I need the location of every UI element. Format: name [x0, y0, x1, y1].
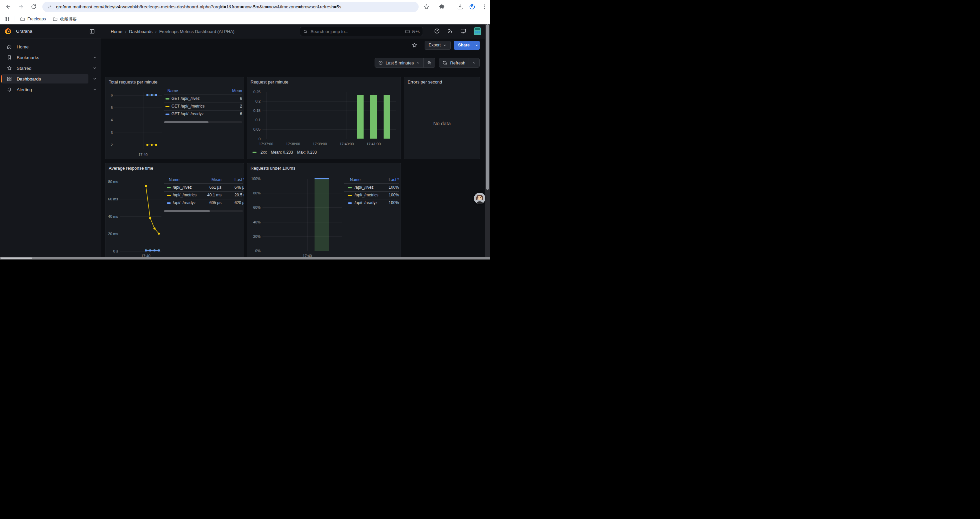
floating-assistant-avatar[interactable]: [474, 193, 485, 204]
legend-2xx[interactable]: 2xx Mean: 0.233 Max: 0.233: [253, 150, 317, 155]
forward-icon[interactable]: [17, 3, 25, 11]
y-tick-label: 40%: [248, 220, 261, 224]
legend-separator: [164, 207, 243, 207]
legend-swatch: [348, 195, 352, 196]
horizontal-scrollbar[interactable]: [0, 257, 490, 260]
help-icon[interactable]: [434, 28, 441, 35]
sidebar-item-home[interactable]: Home: [2, 42, 88, 51]
gridline-v: [347, 92, 347, 139]
zoom-out-button[interactable]: [424, 58, 435, 67]
chevron-down-icon[interactable]: [93, 66, 97, 70]
share-dropdown-button[interactable]: [474, 41, 480, 50]
legend-scrollbar-thumb: [164, 210, 210, 212]
bar-cap-line: [315, 178, 329, 179]
legend-swatch: [167, 203, 171, 204]
sidebar-item-starred[interactable]: Starred: [2, 64, 88, 73]
legend-row[interactable]: /api/_/metrics100%: [344, 192, 399, 199]
screen: grafana.mathmast.com/d/deytv4rwavabkb/fr…: [0, 0, 490, 260]
legend-row[interactable]: /api/_/livez100%: [344, 184, 399, 192]
legend-scrollbar[interactable]: [164, 210, 243, 212]
bookmarks-bar: Freeleaps 收藏博客: [0, 14, 490, 24]
favorite-star-icon[interactable]: [412, 42, 418, 48]
legend-row[interactable]: /api/_/metrics40.1 ms20.5 ms: [164, 192, 243, 199]
chart-requests-under-100ms[interactable]: 100%80%60%40%20%0%17:40NameLast */api/_/…: [247, 163, 401, 260]
site-settings-icon[interactable]: [47, 4, 52, 10]
horizontal-scrollbar-thumb[interactable]: [1, 257, 32, 259]
legend-row[interactable]: /api/_/readyz605 µs620 µs: [164, 199, 243, 207]
legend-value: 100%: [359, 184, 399, 192]
bookmark-star-icon[interactable]: [422, 3, 430, 11]
chart-total-requests[interactable]: 6543217:40NameMeanGET /api/_/livez6GET /…: [105, 77, 244, 159]
legend-value: 20.5 ms: [234, 192, 244, 199]
news-rss-icon[interactable]: [447, 28, 453, 35]
search-input[interactable]: Search or jump to... ⌘+k: [300, 27, 423, 36]
chart-average-response-time[interactable]: 80 ms60 ms40 ms20 ms0 s17:40NameMeanLast…: [105, 163, 244, 260]
bookmark-folder-blogs[interactable]: 收藏博客: [51, 15, 79, 23]
sidebar-item-dashboards[interactable]: Dashboards: [2, 74, 88, 83]
refresh-button[interactable]: Refresh: [439, 58, 469, 67]
time-range-picker[interactable]: Last 5 minutes: [375, 58, 424, 67]
user-avatar[interactable]: [474, 27, 481, 35]
grafana-logo[interactable]: [5, 28, 12, 35]
sidebar-item-bookmarks[interactable]: Bookmarks: [2, 53, 88, 62]
breadcrumb-home[interactable]: Home: [111, 29, 123, 34]
legend-row[interactable]: GET /api/_/readyz6: [164, 110, 242, 118]
chart-request-per-minute[interactable]: 0.250.20.150.10.05017:37:0017:38:0017:39…: [247, 77, 401, 159]
download-icon[interactable]: [456, 3, 464, 11]
breadcrumb-current: Freeleaps Metrics Dashboard (ALPHA): [159, 29, 234, 34]
gridline-h: [262, 236, 342, 237]
gridline-h: [262, 251, 342, 251]
monitor-icon[interactable]: [460, 28, 467, 35]
sidebar-item-alerting[interactable]: Alerting: [2, 85, 88, 94]
zoom-out-icon: [427, 61, 432, 65]
legend-row[interactable]: /api/_/livez661 µs646 µs: [164, 184, 243, 192]
export-button[interactable]: Export: [425, 41, 451, 50]
legend-mean: Mean: 0.233: [271, 150, 293, 155]
breadcrumb-separator: ›: [155, 29, 156, 34]
x-tick-label: 17:37:00: [256, 142, 277, 146]
legend-scrollbar[interactable]: [164, 121, 242, 123]
url-text: grafana.mathmast.com/d/deytv4rwavabkb/fr…: [56, 4, 341, 10]
legend-row[interactable]: GET /api/_/livez6: [164, 95, 242, 102]
breadcrumb-dashboards[interactable]: Dashboards: [129, 29, 153, 34]
apps-grid-icon[interactable]: [5, 16, 10, 22]
profile-icon[interactable]: [468, 3, 476, 11]
legend-swatch: [165, 106, 169, 107]
y-tick-label: 100%: [248, 177, 261, 181]
legend-header: Mean: [202, 87, 242, 94]
gridline-h: [262, 193, 342, 193]
gridline-h: [262, 208, 342, 208]
vertical-scrollbar-thumb[interactable]: [486, 24, 489, 190]
y-tick-label: 0.05: [248, 127, 261, 132]
legend-series-name: GET /api/_/readyz: [172, 110, 204, 118]
share-button[interactable]: Share: [454, 41, 474, 50]
bar: [383, 95, 390, 139]
legend-row[interactable]: GET /api/_/metrics2: [164, 102, 242, 110]
x-tick-label: 17:41:00: [363, 142, 384, 146]
y-tick-label: 0.2: [248, 99, 261, 104]
chevron-down-icon[interactable]: [93, 56, 97, 59]
x-tick-label: 17:40:00: [336, 142, 357, 146]
browser-menu-icon[interactable]: [480, 3, 488, 11]
chevron-down-icon[interactable]: [93, 77, 97, 81]
sidebar: Home Bookmarks Starred Dashboards Alerti…: [0, 38, 101, 260]
legend-value: 40.1 ms: [181, 192, 221, 199]
browser-toolbar: grafana.mathmast.com/d/deytv4rwavabkb/fr…: [0, 0, 490, 14]
refresh-group: Refresh: [439, 58, 480, 68]
dock-menu-icon[interactable]: [89, 29, 95, 34]
refresh-interval-dropdown[interactable]: [469, 58, 479, 67]
chevron-down-icon[interactable]: [93, 88, 97, 91]
panel-title[interactable]: Errors per second: [407, 80, 442, 85]
reload-icon[interactable]: [30, 3, 38, 11]
legend-row[interactable]: /api/_/readyz100%: [344, 199, 399, 207]
no-data-message: No data: [404, 121, 480, 126]
panel-average-response-time: Average response time 80 ms60 ms40 ms20 …: [105, 163, 244, 260]
back-icon[interactable]: [4, 3, 12, 11]
bookmark-folder-freeleaps[interactable]: Freeleaps: [18, 15, 48, 23]
url-bar[interactable]: grafana.mathmast.com/d/deytv4rwavabkb/fr…: [42, 2, 418, 12]
extensions-icon[interactable]: [438, 3, 445, 11]
vertical-scrollbar[interactable]: [485, 24, 490, 260]
panel-total-requests-per-minute: Total requests per minute 6543217:40Name…: [105, 77, 244, 159]
dashboard-actions-row: Export Share: [101, 38, 490, 52]
y-tick-label: 0: [248, 137, 261, 141]
